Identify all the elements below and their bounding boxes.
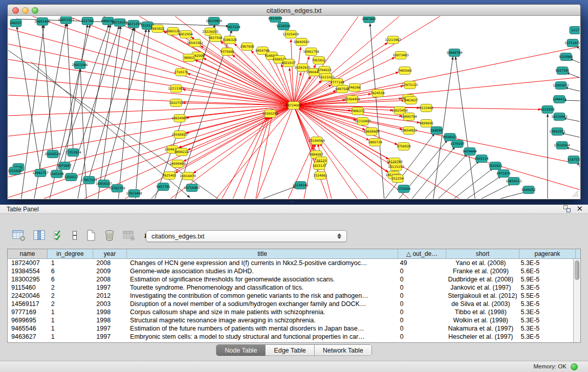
graph-node[interactable]: 12325419 xyxy=(282,31,299,38)
graph-node[interactable]: 6497568 xyxy=(335,85,350,93)
citation-graph[interactable]: 1872400724055720691406106533271527606466… xyxy=(8,16,580,199)
graph-node[interactable]: 16914479 xyxy=(180,172,196,180)
graph-node[interactable]: 7632621 xyxy=(488,162,503,170)
delete-table-icon[interactable] xyxy=(104,229,115,242)
graph-node[interactable]: 6794023 xyxy=(317,67,332,74)
graph-node[interactable]: 16961758 xyxy=(303,48,319,56)
graph-node[interactable]: 10653327 xyxy=(58,16,74,24)
graph-node[interactable]: 9463627 xyxy=(404,97,418,104)
graph-node[interactable]: 1880724 xyxy=(368,139,382,146)
graph-node[interactable]: 8471676 xyxy=(496,170,511,178)
column-header-name[interactable]: name xyxy=(8,249,48,258)
graph-node[interactable]: 16648784 xyxy=(446,49,463,57)
memory-ok-icon[interactable] xyxy=(571,363,578,370)
graph-node[interactable]: 18640910 xyxy=(293,38,310,46)
import-table-icon[interactable] xyxy=(123,229,135,242)
table-row[interactable]: 1938455462009Genome-wide association stu… xyxy=(8,267,573,275)
graph-node[interactable]: 2718176 xyxy=(174,69,188,76)
graph-node[interactable]: 15184564 xyxy=(309,137,325,145)
graph-node[interactable]: 1244413 xyxy=(552,96,567,103)
graph-node[interactable]: 9218506 xyxy=(276,23,291,30)
graph-node[interactable]: 9474444 xyxy=(463,148,477,156)
graph-node[interactable]: 7986372 xyxy=(351,107,365,115)
graph-node[interactable]: 17353924 xyxy=(65,149,81,157)
graph-node[interactable]: 9329966 xyxy=(559,53,573,61)
graph-node[interactable]: 10973493 xyxy=(393,52,409,59)
graph-node[interactable]: 1524861 xyxy=(313,172,328,180)
graph-node[interactable]: 10688609 xyxy=(363,128,380,136)
graph-node[interactable]: 14099489 xyxy=(169,160,186,168)
graph-node[interactable]: 18724007 xyxy=(286,102,302,110)
cell-entry-icon[interactable] xyxy=(71,229,78,242)
table-scrollbar[interactable] xyxy=(573,259,580,342)
graph-node[interactable]: 9115460 xyxy=(419,104,433,112)
graph-node[interactable]: 164095 xyxy=(430,127,443,135)
graph-node[interactable]: 152760 xyxy=(81,17,94,25)
graph-node[interactable]: 5912954 xyxy=(179,31,193,38)
table-settings-icon[interactable] xyxy=(12,229,26,242)
select-all-icon[interactable] xyxy=(53,229,63,242)
graph-node[interactable]: 8813054 xyxy=(268,16,282,23)
column-header-pagerank[interactable]: pagerank xyxy=(519,249,576,258)
graph-node[interactable]: 9975887 xyxy=(57,162,72,170)
table-row[interactable]: 969969511998Structural magnetic resonanc… xyxy=(8,316,573,324)
network-canvas[interactable]: 1872400724055720691406106533271527606466… xyxy=(8,16,580,199)
graph-node[interactable]: 1117 xyxy=(570,27,580,34)
column-header-year[interactable]: year xyxy=(93,249,127,258)
graph-node[interactable]: 13992971 xyxy=(549,128,565,136)
graph-node[interactable]: 9699695 xyxy=(419,120,433,127)
graph-node[interactable]: 18495794 xyxy=(401,113,417,121)
graph-node[interactable]: 12942757 xyxy=(32,169,49,177)
window-resize-grip[interactable] xyxy=(571,189,579,198)
graph-node[interactable]: 8215958 xyxy=(540,106,555,114)
graph-node[interactable]: 8860128 xyxy=(166,28,180,35)
graph-node[interactable]: 15138141 xyxy=(292,182,309,189)
graph-node[interactable]: 19166825 xyxy=(171,131,188,139)
column-select-icon[interactable] xyxy=(33,229,46,242)
graph-node[interactable]: 7485063 xyxy=(398,67,412,75)
graph-node[interactable]: 17957253 xyxy=(81,177,97,184)
graph-node[interactable]: 15720407 xyxy=(355,118,371,125)
splitter-handle-icon[interactable] xyxy=(289,201,295,204)
graph-node[interactable]: 18654983 xyxy=(171,115,188,122)
table-row[interactable]: 1830029562008Estimation of significance … xyxy=(8,275,573,283)
graph-node[interactable]: 17016504 xyxy=(554,142,570,149)
graph-node[interactable]: 16210643 xyxy=(551,113,568,121)
graph-node[interactable]: 240557 xyxy=(10,19,22,27)
graph-node[interactable]: 12213967 xyxy=(385,36,401,44)
graph-node[interactable]: 18300295 xyxy=(262,110,278,118)
tab-node-table[interactable]: Node Table xyxy=(216,345,266,356)
graph-node[interactable]: 746266 xyxy=(349,84,361,92)
tab-network-table[interactable]: Network Table xyxy=(315,345,372,356)
table-row[interactable]: 2242004622012Investigating the contribut… xyxy=(8,292,573,300)
table-source-dropdown[interactable]: citations_edges.txt xyxy=(146,230,347,242)
graph-node[interactable]: 2087682 xyxy=(362,16,376,23)
graph-node[interactable]: 9756928 xyxy=(397,143,411,150)
graph-node[interactable]: 18115152 xyxy=(388,163,404,171)
graph-node[interactable]: 1815137 xyxy=(312,162,326,170)
graph-node[interactable]: 20206526 xyxy=(45,150,61,158)
graph-node[interactable]: 3624554 xyxy=(371,90,385,97)
graph-node[interactable]: 9245052 xyxy=(521,186,536,194)
table-row[interactable]: 977716911998Corpus callosum shape and si… xyxy=(8,308,573,316)
graph-node[interactable]: 9227341 xyxy=(555,67,570,75)
network-window-titlebar[interactable]: citations_edges.txt xyxy=(8,5,580,16)
new-table-icon[interactable] xyxy=(86,229,96,242)
table-row[interactable]: 911546021997Tourette syndrome. Phenomeno… xyxy=(8,283,573,292)
column-header-out_de[interactable]: △ out_de… xyxy=(398,249,446,258)
graph-node[interactable]: 1145194 xyxy=(50,170,64,178)
column-header-in_degree[interactable]: in_degree xyxy=(48,249,93,258)
table-row[interactable]: 1872400712008Changes of HCN gene express… xyxy=(8,259,573,267)
graph-node[interactable]: 19654923 xyxy=(401,127,417,135)
column-header-short[interactable]: short xyxy=(446,249,519,258)
graph-node[interactable]: 1733426 xyxy=(397,185,411,193)
graph-node[interactable]: 8822037 xyxy=(281,59,296,67)
graph-node[interactable]: 7857224 xyxy=(226,24,241,31)
graph-node[interactable]: 20691406 xyxy=(34,18,51,26)
graph-node[interactable]: 15751874 xyxy=(564,39,580,47)
graph-node[interactable]: 8186328 xyxy=(223,36,237,44)
graph-node[interactable]: 9375685 xyxy=(220,48,234,56)
graph-node[interactable]: 6179197 xyxy=(450,140,465,148)
graph-node[interactable]: 116753 xyxy=(568,156,580,164)
graph-node[interactable]: 12213383 xyxy=(168,85,184,93)
